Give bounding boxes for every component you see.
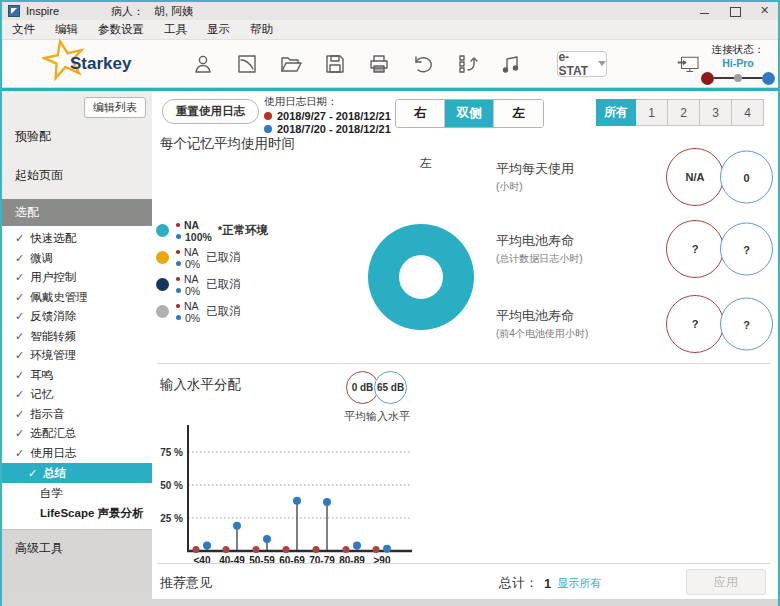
sidebar-item-fitting-summary[interactable]: 选配汇总 xyxy=(2,424,152,444)
left-mini-dot xyxy=(176,315,181,320)
svg-text:80-89: 80-89 xyxy=(339,555,365,566)
legend-item-normal: NA 100% *正常环境 xyxy=(156,217,268,244)
footer-divider xyxy=(157,563,770,564)
section-divider xyxy=(157,363,770,364)
svg-text:50 %: 50 % xyxy=(160,480,183,491)
memory-section-title: 每个记忆平均使用时间 xyxy=(160,135,295,153)
menu-bar: 文件 编辑 参数设置 工具 显示 帮助 xyxy=(2,20,778,40)
left-mini-dot xyxy=(176,234,181,239)
maximize-button[interactable] xyxy=(728,5,742,17)
left-date-range: 2018/7/20 - 2018/12/21 xyxy=(277,123,391,135)
sidebar-item-prefit[interactable]: 预验配 xyxy=(2,121,152,152)
svg-text:75 %: 75 % xyxy=(160,447,183,458)
sidebar-item-data-log[interactable]: 使用日志 xyxy=(2,444,152,464)
starkey-logo: Starkey xyxy=(42,54,131,74)
legend-item-cancelled-3: NA 0% 已取消 xyxy=(156,298,268,325)
save-icon[interactable] xyxy=(323,52,347,76)
estat-dropdown[interactable]: e-STAT xyxy=(557,51,607,77)
app-window: Inspire 病人：胡, 阿姨 文件 编辑 参数设置 工具 显示 帮助 Sta… xyxy=(0,0,780,606)
right-value-circle: ? xyxy=(666,295,724,353)
sidebar-item-experience-manager[interactable]: 佩戴史管理 xyxy=(2,288,152,308)
left-mini-dot xyxy=(176,288,181,293)
svg-text:<40: <40 xyxy=(194,555,211,566)
memory-tabs: 所有 1 2 3 4 xyxy=(596,99,764,126)
svg-text:40-49: 40-49 xyxy=(219,555,245,566)
side-both-button[interactable]: 双侧 xyxy=(445,100,494,127)
connection-indicator xyxy=(701,72,775,85)
memory-tab-1[interactable]: 1 xyxy=(636,99,668,126)
open-icon[interactable] xyxy=(279,52,303,76)
sidebar-item-self-learning[interactable]: 自学 xyxy=(2,483,152,503)
app-title: Inspire xyxy=(26,5,59,17)
input-section-title: 输入水平分配 xyxy=(160,376,241,394)
sidebar-item-lifescape[interactable]: LifeScape 声景分析 xyxy=(2,503,152,523)
side-right-button[interactable]: 右 xyxy=(396,100,445,127)
menu-file[interactable]: 文件 xyxy=(2,20,45,39)
recommendations-total: 总计： 1 显示所有 xyxy=(499,574,601,592)
menu-help[interactable]: 帮助 xyxy=(240,20,283,39)
sidebar-item-start-page[interactable]: 起始页面 xyxy=(2,160,152,191)
menu-view[interactable]: 显示 xyxy=(197,20,240,39)
media-icon[interactable] xyxy=(499,52,523,76)
brand-name: Starkey xyxy=(70,54,131,74)
left-value-circle: 0 xyxy=(720,151,773,204)
memory-color-dot xyxy=(156,305,169,318)
edit-list-button[interactable]: 编辑列表 xyxy=(84,97,146,118)
memory-usage-donut-chart xyxy=(368,224,474,330)
transfer-icon[interactable] xyxy=(677,52,701,76)
sidebar-item-summary-selected[interactable]: 总结 xyxy=(2,463,152,483)
sidebar-item-quick-fit[interactable]: 快速选配 xyxy=(2,229,152,249)
window-bottom-edge xyxy=(2,599,778,606)
memory-tab-all[interactable]: 所有 xyxy=(596,99,636,126)
right-device-dot xyxy=(701,72,714,85)
sidebar-item-feedback-cancel[interactable]: 反馈消除 xyxy=(2,307,152,327)
sidebar-item-tinnitus[interactable]: 耳鸣 xyxy=(2,366,152,386)
sidebar-item-frequency-lowering[interactable]: 智能转频 xyxy=(2,327,152,347)
side-left-button[interactable]: 左 xyxy=(494,100,543,127)
donut-side-label: 左 xyxy=(404,155,448,172)
sidebar: 编辑列表 预验配 起始页面 选配 快速选配 微调 用户控制 佩戴史管理 反馈消除… xyxy=(2,91,152,599)
sidebar-item-fine-tune[interactable]: 微调 xyxy=(2,249,152,269)
stat-daily-use: 平均每天使用 (小时) N/A 0 xyxy=(492,139,778,215)
apply-button[interactable]: 应用 xyxy=(686,569,766,595)
sidebar-item-indicators[interactable]: 指示音 xyxy=(2,405,152,425)
reset-datalog-button[interactable]: 重置使用日志 xyxy=(162,99,259,124)
sidebar-item-user-control[interactable]: 用户控制 xyxy=(2,268,152,288)
left-date-bullet xyxy=(264,125,272,133)
undo-icon[interactable] xyxy=(411,52,435,76)
svg-text:70-79: 70-79 xyxy=(309,555,335,566)
memory-tab-2[interactable]: 2 xyxy=(668,99,700,126)
memory-tab-3[interactable]: 3 xyxy=(700,99,732,126)
stat-battery-total: 平均电池寿命 (总计数据日志小时) ? ? xyxy=(492,211,778,287)
legend-item-cancelled-2: NA 0% 已取消 xyxy=(156,271,268,298)
sidebar-item-memory[interactable]: 记忆 xyxy=(2,385,152,405)
legend-item-cancelled-1: NA 0% 已取消 xyxy=(156,244,268,271)
sidebar-section-configure[interactable]: 选配 xyxy=(2,199,152,226)
menu-tools[interactable]: 工具 xyxy=(154,20,197,39)
show-all-link[interactable]: 显示所有 xyxy=(557,576,601,591)
connection-device: Hi-Pro xyxy=(701,57,775,69)
left-value-circle: ? xyxy=(720,298,773,351)
patient-name: 胡, 阿姨 xyxy=(154,5,193,17)
memory-tab-4[interactable]: 4 xyxy=(732,99,764,126)
audiogram-icon[interactable] xyxy=(235,52,259,76)
patient-info: 病人：胡, 阿姨 xyxy=(111,4,193,19)
close-button[interactable] xyxy=(758,5,772,17)
sidebar-item-environment-manager[interactable]: 环境管理 xyxy=(2,346,152,366)
memory-legend: NA 100% *正常环境 NA 0% 已取消 NA xyxy=(156,217,268,325)
left-avg-input-circle: 65 dB xyxy=(374,371,407,404)
menu-edit[interactable]: 编辑 xyxy=(45,20,88,39)
connection-status: 连接状态： Hi-Pro xyxy=(701,43,775,85)
patient-icon[interactable] xyxy=(191,52,215,76)
stat-battery-last4: 平均电池寿命 (前4个电池使用小时) ? ? xyxy=(492,286,778,362)
menu-preferences[interactable]: 参数设置 xyxy=(88,20,154,39)
svg-text:>90: >90 xyxy=(374,555,391,566)
toolbar: Starkey xyxy=(2,40,778,88)
minimize-button[interactable] xyxy=(698,5,712,17)
sidebar-section-advanced-tools[interactable]: 高级工具 xyxy=(2,530,152,567)
right-mini-dot xyxy=(176,277,180,281)
print-icon[interactable] xyxy=(367,52,391,76)
app-icon xyxy=(8,5,20,17)
chevron-down-icon xyxy=(598,61,606,66)
datalog-icon[interactable] xyxy=(455,52,479,76)
